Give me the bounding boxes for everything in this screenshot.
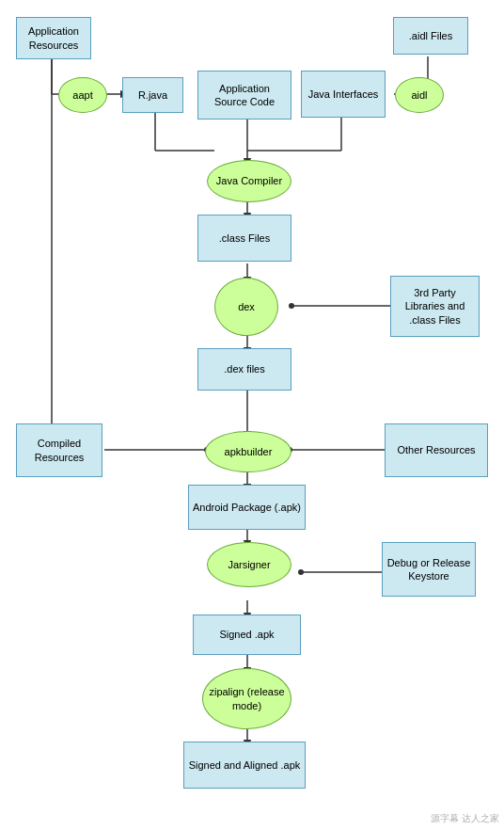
signed-aligned-label: Signed and Aligned .apk xyxy=(189,758,301,772)
third-party-box: 3rd Party Libraries and .class Files xyxy=(390,276,480,337)
debug-release-label: Debug or Release Keystore xyxy=(386,556,471,583)
class-files-box: .class Files xyxy=(197,215,291,262)
compiled-resources-box: Compiled Resources xyxy=(16,423,102,477)
signed-aligned-box: Signed and Aligned .apk xyxy=(183,742,306,789)
r-java-box: R.java xyxy=(122,77,183,113)
jarsigner-oval: Jarsigner xyxy=(207,542,291,587)
other-resources-label: Other Resources xyxy=(397,443,475,456)
dex-label: dex xyxy=(238,300,255,313)
r-java-label: R.java xyxy=(138,88,167,102)
diagram: Application Resources .aidl Files aapt R… xyxy=(0,0,504,830)
compiled-resources-label: Compiled Resources xyxy=(21,437,98,464)
app-source-box: Application Source Code xyxy=(197,71,291,120)
java-interfaces-label: Java Interfaces xyxy=(308,88,379,101)
aapt-label: aapt xyxy=(72,88,92,102)
aapt-oval: aapt xyxy=(58,77,107,113)
android-package-box: Android Package (.apk) xyxy=(188,485,306,530)
watermark: 源字幕 达人之家 xyxy=(431,812,499,825)
dex-oval: dex xyxy=(214,278,278,336)
zipalign-oval: zipalign (release mode) xyxy=(202,668,291,729)
app-source-label: Application Source Code xyxy=(202,82,287,109)
svg-point-27 xyxy=(298,569,304,575)
debug-release-box: Debug or Release Keystore xyxy=(382,542,476,597)
aidl-label: aidl xyxy=(411,88,427,102)
dex-files-label: .dex files xyxy=(224,362,264,375)
java-interfaces-box: Java Interfaces xyxy=(301,71,386,118)
aidl-files-box: .aidl Files xyxy=(393,17,468,55)
zipalign-label: zipalign (release mode) xyxy=(207,685,287,712)
apkbuilder-label: apkbuilder xyxy=(225,445,273,458)
apkbuilder-oval: apkbuilder xyxy=(205,431,291,472)
third-party-label: 3rd Party Libraries and .class Files xyxy=(395,286,475,327)
jarsigner-label: Jarsigner xyxy=(228,558,270,571)
signed-apk-label: Signed .apk xyxy=(219,628,274,641)
app-resources-box: Application Resources xyxy=(16,17,91,59)
android-package-label: Android Package (.apk) xyxy=(193,501,301,514)
java-compiler-oval: Java Compiler xyxy=(207,160,291,202)
aidl-oval: aidl xyxy=(395,77,444,113)
dex-files-box: .dex files xyxy=(197,348,291,391)
java-compiler-label: Java Compiler xyxy=(216,174,282,187)
app-resources-label: Application Resources xyxy=(21,24,87,52)
other-resources-box: Other Resources xyxy=(385,423,488,477)
aidl-files-label: .aidl Files xyxy=(409,29,452,42)
class-files-label: .class Files xyxy=(219,231,270,245)
svg-point-15 xyxy=(289,303,294,309)
signed-apk-box: Signed .apk xyxy=(193,615,301,655)
